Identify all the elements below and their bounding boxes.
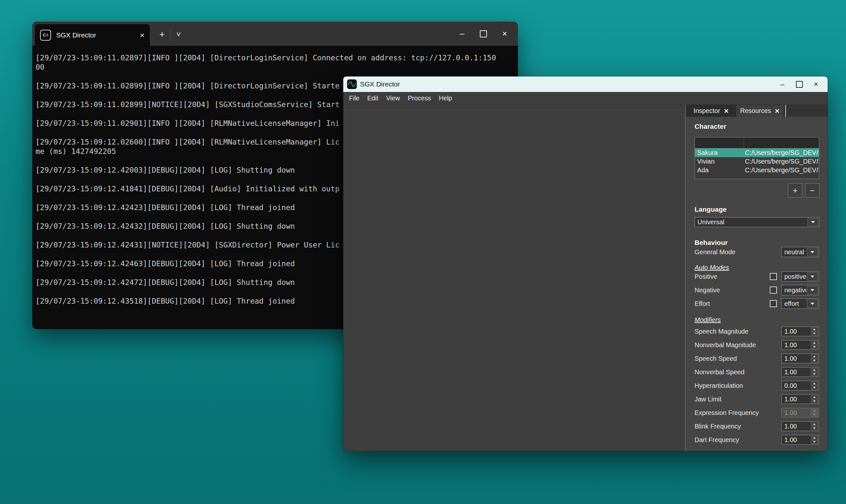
- speech-magnitude-value: 1.00: [782, 328, 810, 335]
- nonverbal-speed-spinner[interactable]: 1.00: [781, 367, 819, 377]
- app-minimize-button[interactable]: –: [774, 76, 791, 92]
- menu-help[interactable]: Help: [435, 92, 456, 105]
- table-row[interactable]: Ada C:/Users/berge/SG_DEV/S...: [695, 166, 819, 175]
- spin-up-button[interactable]: [811, 395, 818, 399]
- spin-down-button[interactable]: [811, 427, 818, 430]
- tab-dropdown-button[interactable]: ˅: [173, 26, 185, 43]
- speech-speed-value: 1.00: [782, 355, 810, 362]
- tab-close-icon[interactable]: ×: [775, 107, 779, 115]
- spin-up-button[interactable]: [811, 422, 818, 426]
- speech-magnitude-spinner[interactable]: 1.00: [781, 326, 819, 336]
- menu-view[interactable]: View: [382, 92, 404, 105]
- tab-close-icon[interactable]: ×: [724, 107, 728, 115]
- menu-file[interactable]: File: [345, 92, 363, 105]
- character-table-header: [695, 138, 819, 148]
- spin-down-button[interactable]: [811, 372, 818, 376]
- language-selected-value: Universal: [695, 218, 807, 226]
- tab-close-icon[interactable]: ×: [140, 31, 145, 39]
- character-table[interactable]: Sakura C:/Users/berge/SG_DEV/S... Vivian…: [694, 137, 819, 179]
- expression-frequency-label: Expression Frequency: [694, 409, 781, 417]
- terminal-tab-title: SGX Director: [56, 31, 137, 39]
- chevron-down-icon: [810, 289, 814, 291]
- new-tab-button[interactable]: +: [156, 26, 169, 43]
- nonverbal-speed-row: Nonverbal Speed 1.00: [694, 367, 819, 377]
- spin-up-button[interactable]: [811, 436, 818, 439]
- dropdown-arrow-button[interactable]: [807, 272, 818, 281]
- chevron-up-icon: [813, 369, 816, 371]
- spin-up-button[interactable]: [811, 368, 818, 372]
- hyperarticulation-spinner[interactable]: 0.00: [781, 381, 819, 391]
- negative-select[interactable]: negative: [781, 285, 819, 295]
- chevron-down-icon: [813, 387, 816, 389]
- dropdown-arrow-button[interactable]: [808, 218, 818, 226]
- jaw-limit-spinner[interactable]: 1.00: [781, 394, 819, 404]
- positive-checkbox[interactable]: [770, 273, 777, 280]
- spin-down-button[interactable]: [811, 345, 818, 349]
- negative-checkbox[interactable]: [770, 287, 777, 294]
- add-character-button[interactable]: +: [788, 183, 803, 197]
- effort-checkbox[interactable]: [770, 300, 777, 307]
- chevron-down-icon: [813, 333, 816, 334]
- remove-character-button[interactable]: −: [805, 183, 819, 197]
- character-heading: Character: [694, 123, 726, 130]
- chevron-down-icon: [813, 373, 816, 375]
- terminal-titlebar[interactable]: C:\ SGX Director × + ˅ – ×: [32, 22, 518, 46]
- spin-up-button[interactable]: [811, 341, 818, 345]
- speech-speed-spinner[interactable]: 1.00: [781, 354, 819, 363]
- spin-down-button[interactable]: [811, 399, 818, 403]
- spin-down-button[interactable]: [811, 359, 818, 362]
- hyperarticulation-value: 0.00: [782, 382, 810, 390]
- language-select[interactable]: Universal: [694, 217, 819, 227]
- terminal-minimize-button[interactable]: –: [452, 22, 473, 46]
- tab-resources[interactable]: Resources ×: [736, 105, 783, 117]
- spin-up-button[interactable]: [811, 382, 818, 385]
- chevron-down-icon: [813, 428, 816, 429]
- menu-edit[interactable]: Edit: [363, 92, 382, 105]
- maximize-icon: [480, 30, 487, 37]
- chevron-up-icon: [813, 437, 816, 438]
- terminal-maximize-button[interactable]: [473, 22, 494, 46]
- spin-up-button[interactable]: [811, 355, 818, 358]
- menu-process[interactable]: Process: [404, 92, 435, 105]
- dart-frequency-spinner[interactable]: 1.00: [781, 435, 819, 445]
- spin-down-button: [811, 413, 818, 417]
- positive-value: positive: [782, 273, 806, 281]
- tab-separator: [171, 29, 171, 40]
- terminal-close-button[interactable]: ×: [494, 22, 515, 46]
- dropdown-arrow-button[interactable]: [807, 286, 818, 294]
- terminal-tab[interactable]: C:\ SGX Director ×: [35, 24, 150, 46]
- chevron-up-icon: [813, 342, 816, 344]
- hyperarticulation-label: Hyperarticulation: [694, 382, 781, 390]
- effort-label: Effort: [694, 300, 770, 307]
- app-titlebar[interactable]: SGX Director – ×: [343, 76, 828, 92]
- negative-value: negative: [782, 287, 806, 294]
- table-row[interactable]: Sakura C:/Users/berge/SG_DEV/S...: [695, 148, 819, 157]
- panel-tab-bar: Inspector × Resources ×: [686, 105, 828, 117]
- spin-up-button[interactable]: [811, 327, 818, 331]
- blink-frequency-spinner[interactable]: 1.00: [781, 421, 819, 431]
- positive-select[interactable]: positive: [781, 271, 819, 282]
- effort-select[interactable]: effort: [781, 299, 819, 309]
- character-name: Sakura: [695, 149, 744, 157]
- app-close-button[interactable]: ×: [808, 76, 824, 92]
- speech-magnitude-label: Speech Magnitude: [694, 328, 781, 335]
- spin-down-button[interactable]: [811, 386, 818, 390]
- app-maximize-button[interactable]: [791, 76, 808, 92]
- chevron-down-icon: [813, 360, 816, 361]
- spin-down-button[interactable]: [811, 440, 818, 444]
- general-mode-select[interactable]: neutral: [781, 247, 819, 257]
- dropdown-arrow-button[interactable]: [807, 300, 818, 308]
- tab-inspector[interactable]: Inspector ×: [686, 105, 736, 117]
- side-panel: Inspector × Resources × Character Sakura: [686, 105, 828, 451]
- chevron-down-icon: [813, 414, 816, 416]
- table-row[interactable]: Vivian C:/Users/berge/SG_DEV/S...: [695, 157, 819, 166]
- jaw-limit-row: Jaw Limit 1.00: [694, 394, 819, 404]
- character-path: C:/Users/berge/SG_DEV/S...: [744, 166, 819, 174]
- menu-bar: File Edit View Process Help: [343, 92, 828, 105]
- nonverbal-magnitude-value: 1.00: [782, 341, 810, 349]
- spin-down-button[interactable]: [811, 332, 818, 335]
- spin-up-button: [811, 409, 818, 412]
- chevron-up-icon: [813, 423, 816, 425]
- nonverbal-magnitude-spinner[interactable]: 1.00: [781, 340, 819, 350]
- dropdown-arrow-button[interactable]: [807, 248, 818, 256]
